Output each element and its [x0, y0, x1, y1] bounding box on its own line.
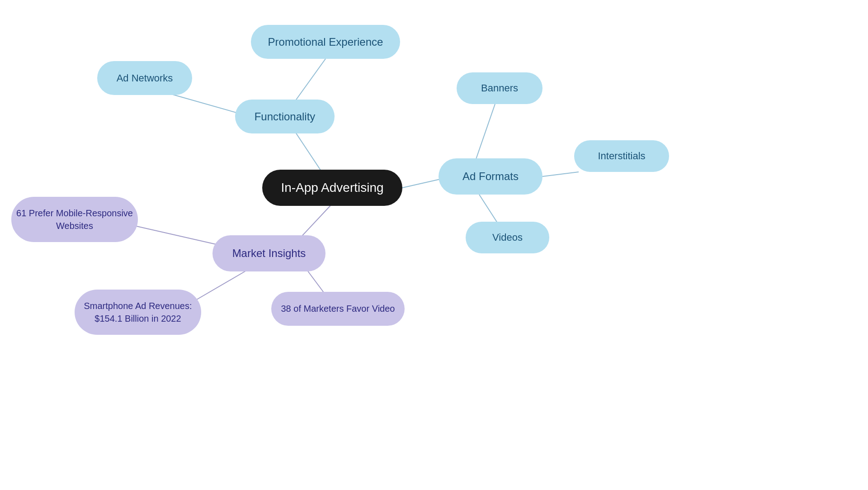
svg-line-8: [127, 224, 226, 247]
svg-line-4: [475, 104, 495, 163]
ad-networks-node[interactable]: Ad Networks: [97, 61, 192, 95]
smartphone-revenues-node[interactable]: Smartphone Ad Revenues: $154.1 Billion i…: [75, 290, 201, 335]
banners-node[interactable]: Banners: [457, 72, 542, 104]
ad-formats-node[interactable]: Ad Formats: [439, 158, 542, 195]
marketers-favor-video-node[interactable]: 38 of Marketers Favor Video: [271, 292, 405, 326]
center-node[interactable]: In-App Advertising: [262, 170, 402, 206]
prefer-mobile-node[interactable]: 61 Prefer Mobile-Responsive Websites: [11, 197, 138, 242]
interstitials-node[interactable]: Interstitials: [574, 140, 669, 172]
svg-line-6: [479, 195, 497, 223]
svg-line-9: [194, 271, 246, 301]
videos-node[interactable]: Videos: [466, 222, 549, 253]
svg-line-5: [542, 172, 579, 176]
svg-line-7: [298, 204, 332, 240]
promotional-experience-node[interactable]: Promotional Experience: [251, 25, 400, 59]
functionality-node[interactable]: Functionality: [235, 100, 335, 133]
market-insights-node[interactable]: Market Insights: [212, 235, 326, 271]
